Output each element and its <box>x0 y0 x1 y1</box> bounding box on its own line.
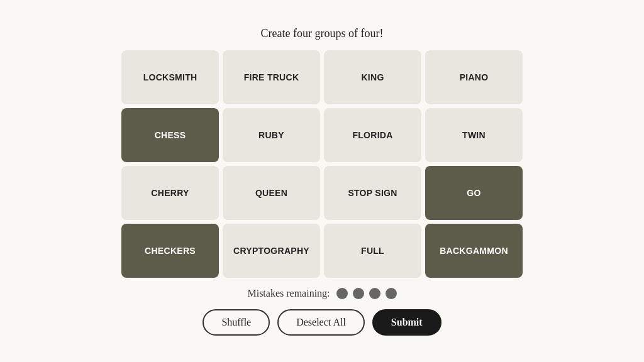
mistake-dot-3 <box>369 288 380 299</box>
tile-4[interactable]: CHESS <box>121 108 219 162</box>
tile-13[interactable]: CRYPTOGRAPHY <box>223 224 320 278</box>
mistakes-row: Mistakes remaining: <box>247 288 396 299</box>
tile-2[interactable]: KING <box>324 50 421 104</box>
mistake-dot-2 <box>353 288 364 299</box>
tile-10[interactable]: STOP SIGN <box>324 166 421 220</box>
mistakes-label: Mistakes remaining: <box>247 288 330 299</box>
tile-6[interactable]: FLORIDA <box>324 108 421 162</box>
tile-12[interactable]: CHECKERS <box>121 224 219 278</box>
tile-grid: LOCKSMITHFIRE TRUCKKINGPIANOCHESSRUBYFLO… <box>121 50 523 278</box>
tile-8[interactable]: CHERRY <box>121 166 219 220</box>
mistake-dot-4 <box>386 288 397 299</box>
mistakes-dots <box>336 288 397 299</box>
tile-9[interactable]: QUEEN <box>223 166 320 220</box>
tile-11[interactable]: GO <box>425 166 523 220</box>
deselect-all-button[interactable]: Deselect All <box>277 309 365 336</box>
shuffle-button[interactable]: Shuffle <box>203 309 270 336</box>
tile-14[interactable]: FULL <box>324 224 421 278</box>
tile-3[interactable]: PIANO <box>425 50 523 104</box>
tile-15[interactable]: BACKGAMMON <box>425 224 523 278</box>
tile-1[interactable]: FIRE TRUCK <box>223 50 320 104</box>
tile-7[interactable]: TWIN <box>425 108 523 162</box>
mistake-dot-1 <box>336 288 348 299</box>
submit-button[interactable]: Submit <box>372 309 441 336</box>
game-container: Create four groups of four! LOCKSMITHFIR… <box>108 27 536 336</box>
instruction-text: Create four groups of four! <box>261 27 384 40</box>
action-buttons: Shuffle Deselect All Submit <box>203 309 441 336</box>
tile-0[interactable]: LOCKSMITH <box>121 50 219 104</box>
tile-5[interactable]: RUBY <box>223 108 320 162</box>
